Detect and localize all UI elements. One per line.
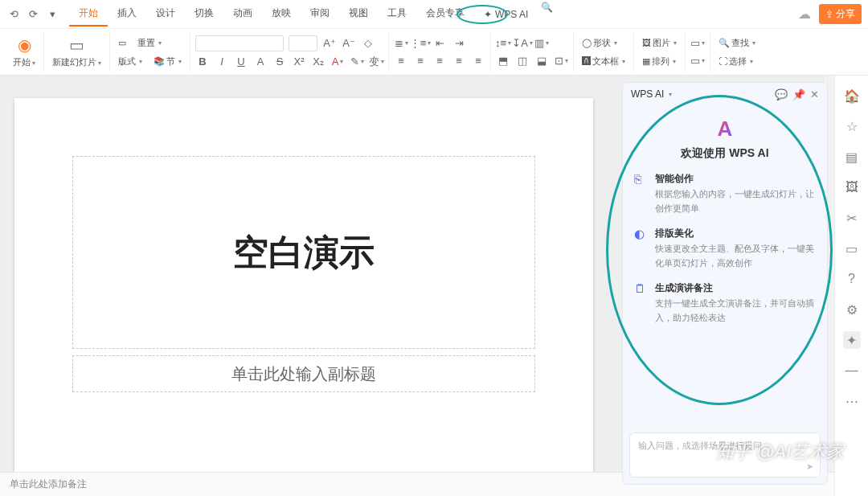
tab-view[interactable]: 视图: [339, 2, 378, 27]
title-placeholder[interactable]: 空白演示: [72, 156, 535, 349]
ai-feature-notes-title: 生成演讲备注: [655, 281, 816, 295]
textbox-label: 文本框: [592, 55, 619, 68]
side-tools-icon[interactable]: ✂: [843, 209, 861, 227]
slide-1[interactable]: 空白演示 单击此处输入副标题: [14, 98, 593, 472]
align-right-button[interactable]: ≡: [432, 54, 447, 68]
side-more-icon[interactable]: ⋯: [843, 392, 861, 410]
text-effects-button[interactable]: 变: [369, 55, 383, 69]
text-direction-button[interactable]: ↧A: [515, 36, 530, 51]
tab-review[interactable]: 审阅: [301, 2, 339, 27]
side-layout-icon[interactable]: ▤: [843, 148, 861, 166]
ai-chat-icon[interactable]: 💬: [775, 88, 788, 100]
vert-bot-button[interactable]: ⬓: [534, 54, 549, 68]
ai-feature-notes[interactable]: 🗒 生成演讲备注 支持一键生成全文演讲备注，并可自动插入，助力轻松表达: [634, 281, 816, 325]
tab-design[interactable]: 设计: [146, 2, 185, 27]
vert-mid-button[interactable]: ◫: [515, 54, 530, 68]
font-family-combo[interactable]: [195, 35, 284, 51]
bold-button[interactable]: B: [195, 55, 210, 69]
align-center-button[interactable]: ≡: [413, 54, 428, 68]
tab-transition[interactable]: 切换: [185, 2, 223, 27]
find-button[interactable]: 🔍 查找: [715, 35, 759, 51]
ai-feature-create-desc: 根据您输入的内容，一键生成幻灯片，让创作更简单: [655, 187, 816, 215]
line-spacing-button[interactable]: ↕≡: [496, 36, 510, 51]
layout-button[interactable]: ▭: [115, 36, 129, 50]
side-book-icon[interactable]: ▭: [843, 240, 861, 257]
bullets-button[interactable]: ≣: [394, 36, 408, 51]
superscript-button[interactable]: X²: [292, 55, 306, 69]
align-left-button[interactable]: ≡: [394, 54, 408, 68]
arrange-button[interactable]: ▦ 排列: [639, 54, 679, 69]
fill-color-button[interactable]: ▭: [690, 36, 705, 51]
search-icon[interactable]: 🔍: [541, 2, 553, 27]
highlight-button[interactable]: ✎: [350, 55, 364, 69]
section-dropdown[interactable]: 📚 节: [150, 54, 185, 69]
side-ai-icon[interactable]: ✦: [843, 331, 861, 349]
font-size-combo[interactable]: [289, 35, 317, 51]
picture-button[interactable]: 🖼 图片: [639, 35, 680, 51]
side-help-icon[interactable]: ?: [843, 270, 861, 288]
side-settings-icon[interactable]: ⚙: [843, 301, 861, 318]
new-slide-icon: ▭: [69, 35, 84, 55]
side-minus-icon[interactable]: —: [843, 362, 861, 379]
ai-pin-icon[interactable]: 📌: [792, 88, 805, 100]
ai-input-box[interactable]: 输入问题，或选择场景进行提问 ➤: [629, 432, 821, 478]
play-from-start-button[interactable]: ◉ 开始: [10, 35, 39, 68]
strike-button[interactable]: A: [253, 55, 268, 69]
font-color-button[interactable]: A: [330, 55, 345, 69]
ai-feature-beautify[interactable]: ◐ 排版美化 快速更改全文主题、配色及字体，一键美化单页幻灯片，高效创作: [634, 227, 816, 270]
decrease-indent-button[interactable]: ⇤: [432, 36, 447, 51]
strikethrough-button[interactable]: S: [272, 55, 287, 69]
ai-input-placeholder: 输入问题，或选择场景进行提问: [638, 441, 762, 450]
quick-access-toolbar: ⟲ ⟳ ▾: [6, 7, 59, 22]
numbering-button[interactable]: ⋮≡: [413, 36, 428, 51]
subtitle-placeholder[interactable]: 单击此处输入副标题: [72, 355, 535, 392]
new-slide-button[interactable]: ▭ 新建幻灯片: [49, 35, 104, 68]
grow-font-icon[interactable]: A⁺: [322, 36, 337, 51]
undo-icon[interactable]: ⟲: [6, 7, 21, 22]
ai-send-icon[interactable]: ➤: [806, 461, 813, 472]
shrink-font-icon[interactable]: A⁻: [342, 36, 356, 51]
columns-button[interactable]: ▥: [534, 36, 549, 51]
underline-button[interactable]: U: [234, 55, 248, 69]
beautify-icon: ◐: [634, 227, 649, 241]
ai-panel-title: WPS AI: [631, 88, 664, 100]
clear-format-icon[interactable]: ◇: [361, 36, 375, 51]
tab-wps-ai[interactable]: ✦ WPS AI: [474, 2, 538, 27]
subscript-button[interactable]: X₂: [311, 55, 326, 69]
qat-more-icon[interactable]: ▾: [45, 7, 59, 22]
redo-icon[interactable]: ⟳: [26, 7, 40, 22]
side-image-icon[interactable]: 🖼: [843, 178, 861, 196]
align-justify-button[interactable]: ≡: [452, 54, 466, 68]
tab-home[interactable]: 开始: [69, 2, 108, 27]
select-label: 选择: [729, 55, 747, 68]
shape-button[interactable]: ◯ 形状: [579, 35, 620, 51]
tab-tools[interactable]: 工具: [378, 2, 416, 27]
tab-animation[interactable]: 动画: [223, 2, 262, 27]
side-home-icon[interactable]: 🏠: [843, 87, 861, 105]
textbox-button[interactable]: 🅰 文本框: [579, 54, 628, 69]
arrange-label: 排列: [652, 55, 669, 68]
chevron-down-icon[interactable]: ▾: [669, 91, 672, 98]
ai-close-icon[interactable]: ✕: [810, 88, 819, 100]
vert-top-button[interactable]: ⬒: [496, 54, 510, 68]
right-side-strip: 🏠 ☆ ▤ 🖼 ✂ ▭ ? ⚙ ✦ — ⋯: [834, 76, 868, 496]
ai-feature-create[interactable]: ⎘ 智能创作 根据您输入的内容，一键生成幻灯片，让创作更简单: [634, 172, 816, 215]
cloud-sync-icon[interactable]: ☁: [798, 6, 811, 22]
select-button[interactable]: ⛶ 选择: [715, 54, 756, 69]
format-dropdown[interactable]: 版式: [115, 54, 145, 69]
increase-indent-button[interactable]: ⇥: [452, 36, 466, 51]
wps-ai-icon: ✦: [484, 9, 492, 20]
italic-button[interactable]: I: [215, 55, 229, 69]
share-button[interactable]: ⇪ 分享: [819, 4, 862, 24]
align-distribute-button[interactable]: ≡: [471, 54, 485, 68]
play-label: 开始: [13, 56, 35, 68]
reset-button[interactable]: 重置: [134, 35, 165, 51]
align-text-button[interactable]: ⊡: [554, 54, 568, 68]
ai-welcome-text: 欢迎使用 WPS AI: [634, 146, 816, 161]
tab-slideshow[interactable]: 放映: [262, 2, 301, 27]
side-star-icon[interactable]: ☆: [843, 117, 861, 135]
outline-button[interactable]: ▭: [690, 54, 705, 68]
tab-member[interactable]: 会员专享: [416, 2, 474, 27]
create-icon: ⎘: [634, 172, 649, 187]
tab-insert[interactable]: 插入: [108, 2, 146, 27]
